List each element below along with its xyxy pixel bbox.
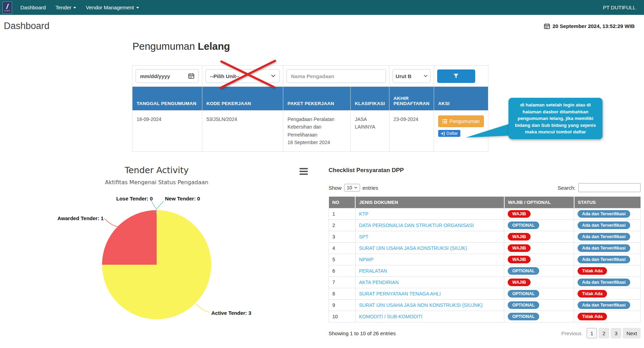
pagination-next[interactable]: Next: [623, 328, 641, 338]
table-row: 3 SPT WAJIB Ada dan Terverifikasi: [329, 231, 641, 243]
requirement-badge: WAJIB: [508, 256, 531, 263]
cell-aksi: Pengumuman Daftar: [434, 111, 488, 152]
table-row: 10 KOMODITI / SUB-KOMODITI OPTIONAL Tida…: [329, 311, 641, 322]
doc-link[interactable]: KTP: [359, 211, 368, 217]
sort-select[interactable]: Urut B: [393, 69, 431, 83]
annotation-callout: di halaman setelah login atau di halaman…: [508, 98, 602, 139]
table-row: 1 KTP WAJIB Ada dan Terverifikasi: [329, 208, 641, 220]
lelang-data-row: 18-09-2024 53/JSLN/2024 Pengadaan Perala…: [132, 111, 488, 152]
requirement-badge: WAJIB: [508, 233, 531, 241]
pagination-page-3[interactable]: 3: [611, 328, 621, 338]
nav-item-tender[interactable]: Tender: [50, 0, 81, 15]
datetime-text: 20 September 2024, 13:52:29 WIB: [552, 23, 635, 29]
col-akhir-pendaftaran: AKHIR PENDAFTARAN: [389, 87, 434, 111]
requirement-badge: OPTIONAL: [508, 222, 539, 229]
status-badge: Tidak Ada: [578, 267, 607, 275]
col-aksi: AKSI: [434, 87, 488, 111]
show-entries-select[interactable]: 10: [344, 184, 360, 191]
requirement-badge: WAJIB: [508, 279, 531, 286]
chevron-down-icon: [73, 7, 76, 9]
doc-link[interactable]: KOMODITI / SUB-KOMODITI: [359, 314, 423, 319]
showing-entries-text: Showing 1 to 10 of 26 entries: [329, 330, 396, 336]
col-wajib-optional[interactable]: WAJIB / OPTIONAL: [504, 197, 574, 208]
cell-akhir: 23-09-2024: [389, 111, 434, 152]
checklist-title: Checklist Persyaratan DPP: [329, 167, 641, 174]
navbar-user-name[interactable]: PT DUTIFULL: [603, 0, 636, 15]
pagination-page-1[interactable]: 1: [587, 328, 597, 338]
page-title: Dashboard: [4, 21, 49, 31]
tender-activity-pie: [101, 209, 212, 320]
chevron-down-icon: [354, 187, 357, 189]
lelang-header-row: TANGGAL PENGUMUMAN KODE PEKERJAAN PAKET …: [132, 87, 488, 111]
nav-menu: Dashboard Tender Vendor Management: [16, 0, 144, 15]
pie-label-awarded-tender: Awarded Tender: 1: [57, 215, 103, 221]
checklist-controls: Show 10 entries Search:: [329, 183, 641, 192]
status-badge: Ada dan Terverifikasi: [578, 233, 630, 241]
chevron-down-icon: [424, 75, 427, 77]
logo-text: SIER: [4, 10, 11, 12]
cell-tanggal: 18-09-2024: [132, 111, 202, 152]
doc-link[interactable]: SURAT IJIN USAHA JASA KONSTRUKSI (SIUJK): [359, 245, 467, 251]
requirement-badge: OPTIONAL: [508, 290, 539, 298]
doc-link[interactable]: DATA PERSONALIA DAN STRUKTUR ORGANISASI: [359, 223, 474, 228]
nama-pengadaan-input[interactable]: [286, 69, 386, 83]
pagination: Previous 1 2 3 Next: [561, 328, 641, 338]
doc-link[interactable]: NPWP: [359, 257, 374, 262]
filter-button[interactable]: [437, 69, 475, 83]
unit-select[interactable]: --Pilih Unit--: [205, 69, 280, 83]
search-input[interactable]: [578, 183, 641, 192]
col-paket-pekerjaan: PAKET PEKERJAAN: [283, 87, 351, 111]
col-status[interactable]: STATUS: [574, 197, 641, 208]
table-row: 8 SURAT PERNYATAAN TENAGA AHLI OPTIONAL …: [329, 288, 641, 300]
doc-link[interactable]: AKTA PENDIRIAN: [359, 280, 399, 285]
page: / SIER Dashboard Tender Vendor Managemen…: [0, 0, 644, 348]
requirement-badge: OPTIONAL: [508, 301, 539, 309]
table-row: 5 NPWP WAJIB Ada dan Terverifikasi: [329, 254, 641, 265]
chart-subtitle: Aktifitas Mengenai Status Pengadaan: [88, 179, 226, 186]
date-input[interactable]: mm/dd/yyyy: [136, 69, 199, 83]
status-badge: Tidak Ada: [578, 290, 607, 298]
pagination-previous[interactable]: Previous: [561, 330, 581, 336]
cell-kode: 53/JSLN/2024: [202, 111, 283, 152]
chart-menu-hamburger-icon[interactable]: [300, 168, 308, 175]
search-label: Search:: [558, 185, 576, 191]
daftar-button[interactable]: Daftar: [438, 130, 460, 137]
lelang-section-title: Pengumuman Lelang: [132, 41, 230, 52]
pie-label-active-tender: Active Tender: 3: [211, 310, 251, 316]
nav-item-vendor-management[interactable]: Vendor Management: [81, 0, 144, 15]
checklist-header-row: NO JENIS DOKUMEN WAJIB / OPTIONAL STATUS: [329, 197, 641, 208]
doc-link[interactable]: PERALATAN: [359, 268, 387, 274]
calendar-icon: [188, 73, 194, 79]
status-badge: Ada dan Terverifikasi: [578, 210, 630, 218]
funnel-icon: [453, 74, 459, 78]
col-jenis-dokumen[interactable]: JENIS DOKUMEN: [355, 197, 504, 208]
table-row: 2 DATA PERSONALIA DAN STRUKTUR ORGANISAS…: [329, 220, 641, 231]
doc-link[interactable]: SURAT IJIN USAHA JASA NON KONSTRUKSI (SI…: [359, 302, 482, 308]
doc-link[interactable]: SPT: [359, 234, 368, 239]
col-kode-pekerjaan: KODE PEKERJAAN: [202, 87, 283, 111]
doc-link[interactable]: SURAT PERNYATAAN TENAGA AHLI: [359, 291, 441, 297]
header-datetime: 20 September 2024, 13:52:29 WIB: [544, 23, 635, 29]
cell-paket: Pengadaan Peralatan Kebersihan dan Pemel…: [283, 111, 351, 152]
table-row: 9 SURAT IJIN USAHA JASA NON KONSTRUKSI (…: [329, 300, 641, 311]
status-badge: Tidak Ada: [578, 313, 607, 320]
pie-slice-awarded-tender[interactable]: [102, 210, 157, 265]
nav-item-dashboard[interactable]: Dashboard: [16, 0, 50, 15]
requirement-badge: WAJIB: [508, 210, 531, 218]
cell-klasifikasi: JASA LAINNYA: [350, 111, 389, 152]
col-tanggal-pengumuman: TANGGAL PENGUMUMAN: [132, 87, 202, 111]
lelang-table: mm/dd/yyyy --Pilih Unit--: [132, 65, 488, 152]
status-badge: Ada dan Terverifikasi: [578, 222, 630, 229]
status-badge: Ada dan Terverifikasi: [578, 279, 630, 286]
app-logo[interactable]: / SIER: [2, 1, 12, 14]
pagination-page-2[interactable]: 2: [599, 328, 609, 338]
requirement-badge: OPTIONAL: [508, 313, 539, 320]
status-badge: Ada dan Terverifikasi: [578, 301, 630, 309]
list-icon: [442, 119, 447, 123]
show-label: Show: [329, 185, 342, 191]
checklist-footer: Showing 1 to 10 of 26 entries Previous 1…: [329, 328, 641, 338]
pengumuman-button[interactable]: Pengumuman: [438, 115, 484, 127]
col-no[interactable]: NO: [329, 197, 356, 208]
checklist-section: Checklist Persyaratan DPP Show 10 entrie…: [329, 167, 641, 338]
chart-title: Tender Activity: [88, 165, 226, 175]
